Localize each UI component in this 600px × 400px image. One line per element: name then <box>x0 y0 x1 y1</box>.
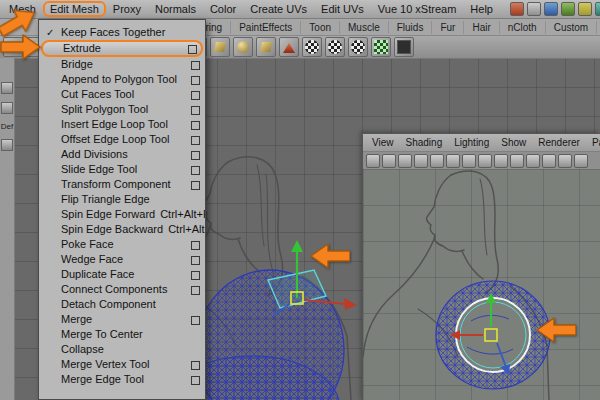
shelf-tab-hair[interactable]: Hair <box>464 21 499 34</box>
menu-item-slide-edge-tool[interactable]: Slide Edge Tool <box>39 162 205 177</box>
shelf-tab-painteffects[interactable]: PaintEffects <box>231 21 301 34</box>
shelf-tab-fur[interactable]: Fur <box>432 21 464 34</box>
menu-item-wedge-face[interactable]: Wedge Face <box>39 252 205 267</box>
panel-toolbar-icon[interactable] <box>398 154 412 168</box>
menu-item-duplicate-face[interactable]: Duplicate Face <box>39 267 205 282</box>
menu-item-connect-components[interactable]: Connect Components <box>39 282 205 297</box>
poly-cylinder-icon[interactable] <box>210 37 230 57</box>
menu-proxy[interactable]: Proxy <box>106 2 148 16</box>
option-box-icon[interactable] <box>191 376 200 385</box>
shelf-tab-ncloth[interactable]: nCloth <box>500 21 546 34</box>
tool-icon[interactable] <box>1 102 13 114</box>
option-box-icon[interactable] <box>191 286 200 295</box>
panel-menu-show[interactable]: Show <box>495 136 532 149</box>
panel-toolbar-icon[interactable] <box>414 154 428 168</box>
menu-item-offset-edge-loop-tool[interactable]: Offset Edge Loop Tool <box>39 132 205 147</box>
menu-item-extrude[interactable]: Extrude <box>41 40 203 57</box>
tool-icon[interactable] <box>1 139 13 151</box>
panel-menu-view[interactable]: View <box>366 136 400 149</box>
manipulator-arrowhead-green[interactable] <box>291 240 303 252</box>
panel-toolbar-icon[interactable] <box>558 154 572 168</box>
volume-light-icon[interactable] <box>279 37 299 57</box>
menu-help[interactable]: Help <box>463 2 500 16</box>
option-box-icon[interactable] <box>191 361 200 370</box>
menu-item-detach-component[interactable]: Detach Component <box>39 297 205 312</box>
toolbar-icon[interactable] <box>510 2 524 16</box>
right-viewport[interactable] <box>363 169 600 400</box>
checker-sphere-icon[interactable] <box>325 37 345 57</box>
tool-icon[interactable] <box>1 82 13 94</box>
menu-item-label: Slide Edge Tool <box>61 163 137 175</box>
option-box-icon[interactable] <box>191 316 200 325</box>
menu-item-collapse[interactable]: Collapse <box>39 342 205 357</box>
panel-menu-lighting[interactable]: Lighting <box>448 136 495 149</box>
shelf-tab-toon[interactable]: Toon <box>301 21 340 34</box>
panel-toolbar-icon[interactable] <box>430 154 444 168</box>
shelf-tab-muscle[interactable]: Muscle <box>340 21 389 34</box>
panel-toolbar-icon[interactable] <box>382 154 396 168</box>
toolbar-icon[interactable] <box>595 2 600 16</box>
panel-toolbar-icon[interactable] <box>574 154 588 168</box>
menu-item-merge-to-center[interactable]: Merge To Center <box>39 327 205 342</box>
option-box-icon[interactable] <box>191 136 200 145</box>
toolbar-icon[interactable] <box>544 2 558 16</box>
panel-toolbar-icon[interactable] <box>510 154 524 168</box>
option-box-icon[interactable] <box>191 121 200 130</box>
menu-item-flip-triangle-edge[interactable]: Flip Triangle Edge <box>39 192 205 207</box>
poly-soccer-icon[interactable] <box>233 37 253 57</box>
menu-item-insert-edge-loop-tool[interactable]: Insert Edge Loop Tool <box>39 117 205 132</box>
menu-vue-xstream[interactable]: Vue 10 xStream <box>371 2 463 16</box>
toolbar-icon[interactable] <box>578 2 592 16</box>
panel-toolbar-icon[interactable] <box>462 154 476 168</box>
manipulator-arrowhead-red[interactable] <box>344 298 357 310</box>
shelf-tab-fluids[interactable]: Fluids <box>389 21 433 34</box>
panel-toolbar-icon[interactable] <box>526 154 540 168</box>
panel-menu-shading[interactable]: Shading <box>400 136 449 149</box>
panel-toolbar-icon[interactable] <box>494 154 508 168</box>
option-box-icon[interactable] <box>191 271 200 280</box>
shelf-tab-custom[interactable]: Custom <box>546 21 597 34</box>
menu-item-merge[interactable]: Merge <box>39 312 205 327</box>
menu-item-bridge[interactable]: Bridge <box>39 57 205 72</box>
menu-create-uvs[interactable]: Create UVs <box>243 2 314 16</box>
panel-menu-panels[interactable]: Panels <box>586 136 600 149</box>
menu-item-spin-edge-backward[interactable]: Spin Edge BackwardCtrl+Alt+Left <box>39 222 205 237</box>
checker-sphere-icon[interactable] <box>302 37 322 57</box>
option-box-icon[interactable] <box>191 106 200 115</box>
menu-item-transform-component[interactable]: Transform Component <box>39 177 205 192</box>
option-box-icon[interactable] <box>191 181 200 190</box>
green-grid-texture-icon[interactable] <box>371 37 391 57</box>
checker-sphere-icon[interactable] <box>348 37 368 57</box>
menu-color[interactable]: Color <box>203 2 243 16</box>
menu-item-split-polygon-tool[interactable]: Split Polygon Tool <box>39 102 205 117</box>
panel-toolbar-icon[interactable] <box>366 154 380 168</box>
menu-item-label: Spin Edge Backward <box>61 223 163 235</box>
panel-menu-renderer[interactable]: Renderer <box>532 136 586 149</box>
dark-texture-icon[interactable] <box>394 37 414 57</box>
toolbar-icon[interactable] <box>561 2 575 16</box>
option-box-icon[interactable] <box>191 256 200 265</box>
option-box-icon[interactable] <box>191 166 200 175</box>
option-box-icon[interactable] <box>191 91 200 100</box>
menu-item-merge-vertex-tool[interactable]: Merge Vertex Tool <box>39 357 205 372</box>
option-box-icon[interactable] <box>188 45 197 54</box>
menu-normals[interactable]: Normals <box>148 2 203 16</box>
panel-toolbar-icon[interactable] <box>542 154 556 168</box>
menu-item-merge-edge-tool[interactable]: Merge Edge Tool <box>39 372 205 387</box>
option-box-icon[interactable] <box>191 76 200 85</box>
menu-edit-uvs[interactable]: Edit UVs <box>314 2 371 16</box>
option-box-icon[interactable] <box>191 151 200 160</box>
menu-item-poke-face[interactable]: Poke Face <box>39 237 205 252</box>
menu-edit-mesh[interactable]: Edit Mesh <box>43 1 106 17</box>
menu-item-keep-faces-together[interactable]: Keep Faces Together <box>39 25 205 40</box>
menu-item-spin-edge-forward[interactable]: Spin Edge ForwardCtrl+Alt+Right <box>39 207 205 222</box>
panel-toolbar-icon[interactable] <box>478 154 492 168</box>
option-box-icon[interactable] <box>191 241 200 250</box>
menu-item-append-to-polygon-tool[interactable]: Append to Polygon Tool <box>39 72 205 87</box>
poly-platonic-icon[interactable] <box>256 37 276 57</box>
option-box-icon[interactable] <box>191 61 200 70</box>
panel-toolbar-icon[interactable] <box>446 154 460 168</box>
menu-item-add-divisions[interactable]: Add Divisions <box>39 147 205 162</box>
toolbar-icon[interactable] <box>527 2 541 16</box>
menu-item-cut-faces-tool[interactable]: Cut Faces Tool <box>39 87 205 102</box>
